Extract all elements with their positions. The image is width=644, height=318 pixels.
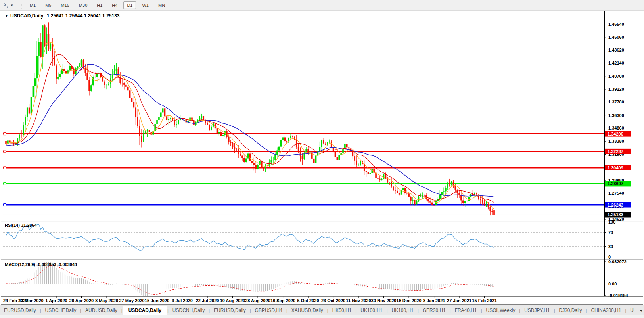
candle-body — [331, 142, 332, 147]
candle-body — [73, 69, 75, 74]
date-label: 8 May 2020 — [95, 298, 118, 303]
candle-body — [114, 71, 115, 74]
candle-body — [406, 193, 408, 193]
candle-body — [247, 153, 249, 158]
candle-body — [309, 152, 311, 153]
candle-body — [462, 200, 464, 203]
candle-body — [416, 201, 418, 204]
candle-body — [243, 158, 245, 162]
candle-body — [143, 133, 144, 142]
candle-body — [110, 78, 111, 84]
hline-handle[interactable] — [4, 133, 6, 135]
chart-tab-usdchf-daily[interactable]: USDCHF,Daily — [41, 306, 80, 315]
cursor-mode-button[interactable]: ▼ — [2, 1, 15, 9]
timeframe-button-m15[interactable]: M15 — [57, 1, 73, 9]
candle-body — [335, 151, 336, 157]
cursor-mode-caret-icon[interactable]: ▼ — [10, 4, 13, 7]
timeframe-button-mn[interactable]: MN — [155, 1, 169, 9]
candle-body — [50, 44, 52, 49]
candle-body — [315, 155, 317, 163]
timeframe-button-h4[interactable]: H4 — [108, 1, 121, 9]
timeframe-button-m5[interactable]: M5 — [42, 1, 55, 9]
chart-tab-xauusd-daily[interactable]: XAUUSD,Daily — [288, 306, 327, 315]
chart-tab-audusd-daily[interactable]: AUDUSD,Daily — [81, 306, 121, 315]
chart-tab-usoil-weekly[interactable]: USOil,Weekly — [482, 306, 519, 315]
chart-tab-china300-h1[interactable]: CHINA300,H1 — [587, 306, 625, 315]
candle-body — [439, 195, 441, 199]
timeframe-button-w1[interactable]: W1 — [138, 1, 152, 9]
price-tick-label: 1.45060 — [608, 35, 624, 40]
price-tick-label: 1.43620 — [608, 48, 624, 52]
candle-body — [488, 205, 489, 207]
candle-body — [379, 179, 381, 180]
candle-body — [94, 77, 96, 77]
chart-title-symbol: USDCAD,Daily — [10, 13, 44, 19]
toolbar-grip-handle[interactable] — [19, 2, 22, 9]
candle-body — [222, 135, 224, 136]
timeframe-button-m1[interactable]: M1 — [26, 1, 39, 9]
candle-body — [31, 97, 32, 113]
chart-title-caret-icon[interactable]: ▼ — [5, 14, 8, 18]
candle-body — [209, 125, 210, 130]
chart-tab-usdcad-daily[interactable]: USDCAD,Daily — [123, 306, 167, 316]
chart-tab-ger30-h1[interactable]: GER30,H1 — [419, 306, 450, 315]
candle-body — [435, 201, 437, 205]
chart-tab-usdjpy-h1[interactable]: USDJPY,H1 — [520, 306, 554, 315]
hline-handle[interactable] — [4, 150, 6, 153]
price-tick-label: 1.34860 — [608, 126, 624, 130]
chart-tab-uk100-h1[interactable]: UK100,H1 — [356, 306, 386, 315]
date-label: 23 Oct 2020 — [321, 298, 345, 303]
rsi-indicator-label: RSI(14) 31.2864 — [5, 223, 37, 228]
chart-tab-dj30-daily[interactable]: DJ30,Daily — [555, 306, 586, 315]
chart-title-quotes: 1.25641 1.25644 1.25041 1.25133 — [47, 13, 120, 19]
candle-body — [230, 142, 232, 143]
candle-body — [164, 108, 166, 116]
timeframe-button-h1[interactable]: H1 — [93, 1, 106, 9]
macd-indicator-label: MACD(12,26,9) -0.004953 -0.003044 — [5, 262, 77, 267]
candle-body — [238, 149, 239, 154]
candle-body — [116, 69, 117, 71]
chart-tab-u[interactable]: U — [626, 306, 638, 315]
candle-body — [147, 130, 148, 131]
rsi-axis-label: 0 — [608, 255, 611, 259]
hline-handle[interactable] — [4, 167, 6, 169]
price-tick-label: 1.33380 — [608, 139, 624, 144]
tab-scroll-left-icon[interactable]: ◄ — [638, 307, 644, 314]
candle-body — [106, 85, 107, 85]
macd-axis-label: 0.00 — [608, 282, 617, 286]
candle-body — [25, 117, 26, 125]
candle-body — [261, 161, 263, 167]
chart-tab-fra40-h1[interactable]: FRA40,H1 — [451, 306, 481, 315]
chart-tab-eurusd-daily[interactable]: EURUSD,Daily — [0, 306, 40, 315]
price-badge-label: 1.30409 — [608, 165, 623, 170]
candle-body — [399, 193, 400, 194]
hline-handle[interactable] — [4, 182, 6, 185]
candle-body — [391, 182, 392, 186]
price-badge-label: 1.28607 — [608, 181, 623, 186]
candle-body — [319, 147, 321, 151]
candle-body — [325, 144, 326, 145]
hline-handle[interactable] — [4, 204, 6, 206]
timeframe-button-d1[interactable]: D1 — [123, 1, 136, 9]
timeframe-buttons-group: M1M5M15M30H1H4D1W1MN — [25, 0, 170, 10]
candle-body — [385, 174, 387, 178]
rsi-axis-label: 70 — [608, 230, 613, 235]
candle-body — [489, 207, 491, 211]
candle-body — [121, 83, 123, 83]
candle-body — [466, 201, 468, 201]
chart-tab-hk50-h1[interactable]: HK50,H1 — [328, 306, 356, 315]
candle-body — [220, 132, 222, 136]
chart-canvas[interactable]: 1.465401.450601.436201.421401.407001.392… — [0, 0, 644, 318]
candle-body — [158, 117, 160, 120]
chart-tab-usdcnh-daily[interactable]: USDCNH,Daily — [169, 306, 209, 315]
candle-body — [125, 85, 127, 87]
chart-tab-eurusd-daily[interactable]: EURUSD,Daily — [210, 306, 250, 315]
candle-body — [323, 140, 324, 144]
price-tick-label: 1.40700 — [608, 74, 624, 79]
timeframe-button-m30[interactable]: M30 — [75, 1, 91, 9]
candle-body — [77, 67, 79, 69]
chart-tab-bar: EURUSD,Daily|USDCHF,Daily|AUDUSD,Daily|U… — [0, 305, 644, 315]
chart-tab-gbpusd-h4[interactable]: GBPUSD,H4 — [251, 306, 286, 315]
chart-tab-uk100-h1[interactable]: UK100,H1 — [388, 306, 418, 315]
candle-body — [166, 116, 168, 120]
